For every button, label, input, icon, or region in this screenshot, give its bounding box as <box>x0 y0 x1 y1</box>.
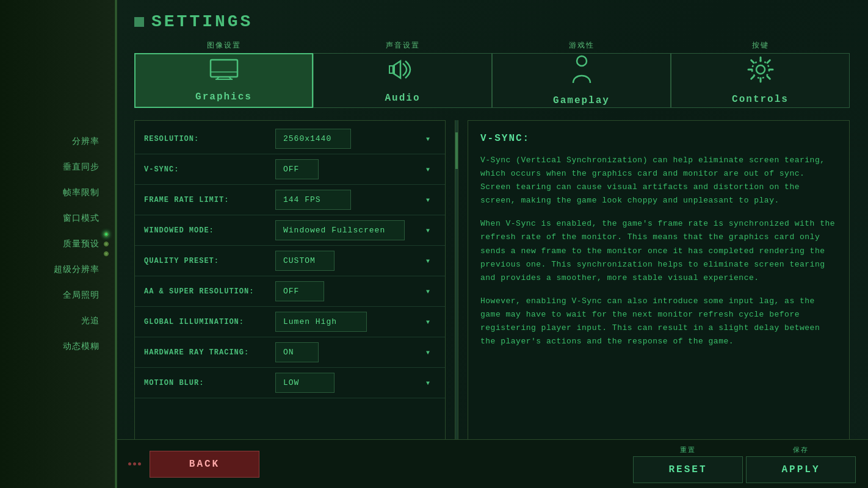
tab-controls-label: Controls <box>732 94 789 105</box>
frame-rate-select[interactable]: 30 FPS 60 FPS 120 FPS 144 FPS Unlimited <box>275 190 351 210</box>
sidebar-item-ray-tracing[interactable]: 光追 <box>0 308 109 334</box>
sidebar-item-motion-blur[interactable]: 动态模糊 <box>0 334 109 359</box>
setting-label-quality-preset: QUALITY PRESET: <box>144 257 266 265</box>
super-resolution-select-wrapper: OFF TAA DLSS FSR <box>275 281 436 301</box>
tab-gameplay-label: Gameplay <box>553 95 610 106</box>
tab-label-cn-audio: 声音设置 <box>386 40 420 51</box>
svg-point-9 <box>752 61 769 78</box>
setting-row-quality-preset: QUALITY PRESET: Low Medium High Ultra CU… <box>135 246 445 276</box>
sidebar-item-global-illumination[interactable]: 全局照明 <box>0 282 109 308</box>
setting-label-super-resolution: AA & SUPER RESOLUTION: <box>144 287 266 296</box>
setting-row-super-resolution: AA & SUPER RESOLUTION: OFF TAA DLSS FSR <box>135 276 445 307</box>
resolution-select-wrapper: 1920x1080 2560x1440 3840x2160 <box>275 129 436 149</box>
bottom-action-group: Reset Apply <box>633 456 856 483</box>
speaker-icon <box>388 57 418 88</box>
super-resolution-select[interactable]: OFF TAA DLSS FSR <box>275 281 324 301</box>
tab-label-cn-controls: 按键 <box>752 40 769 51</box>
sidebar-item-vsync[interactable]: 垂直同步 <box>0 154 109 180</box>
setting-row-global-illumination: GLOBAL ILLUMINATION: Off Lumen Low Lumen… <box>135 307 445 337</box>
quality-preset-select-wrapper: Low Medium High Ultra CUSTOM <box>275 251 436 271</box>
sidebar-item-window-mode[interactable]: 窗口模式 <box>0 206 109 231</box>
bottom-bar: Back 重置 保存 Reset Apply <box>116 439 868 488</box>
main-content: Settings 图像设置 Graph <box>116 0 868 488</box>
dot <box>128 462 131 465</box>
info-paragraph-3: However, enabling V-Sync can also introd… <box>480 295 837 348</box>
sidebar-item-resolution[interactable]: 分辨率 <box>0 129 109 154</box>
setting-label-global-illumination: GLOBAL ILLUMINATION: <box>144 318 266 326</box>
setting-row-frame-rate: FRAME RATE LIMIT: 30 FPS 60 FPS 120 FPS … <box>135 185 445 215</box>
svg-point-8 <box>756 65 765 74</box>
windowed-mode-select-wrapper: Windowed Windowed Fullscreen Fullscreen <box>275 220 436 240</box>
dot <box>138 462 141 465</box>
setting-row-vsync: V-SYNC: OFF ON <box>135 154 445 185</box>
content-area: RESOLUTION: 1920x1080 2560x1440 3840x216… <box>134 120 850 443</box>
setting-row-ray-tracing: HARDWARE RAY TRACING: OFF ON <box>135 337 445 368</box>
setting-label-ray-tracing: HARDWARE RAY TRACING: <box>144 348 266 357</box>
indicator-dot <box>104 251 109 256</box>
tab-graphics[interactable]: Graphics <box>134 53 313 108</box>
scroll-thumb <box>455 132 458 169</box>
tab-label-cn-gameplay: 游戏性 <box>569 40 595 51</box>
resolution-select[interactable]: 1920x1080 2560x1440 3840x2160 <box>275 129 351 149</box>
indicator-dot <box>104 242 109 246</box>
tab-gameplay[interactable]: Gameplay <box>492 53 671 108</box>
sidebar-item-frame-rate[interactable]: 帧率限制 <box>0 180 109 206</box>
back-button[interactable]: Back <box>150 451 259 478</box>
apply-label-cn: 保存 <box>746 445 856 454</box>
tab-label-cn-graphics: 图像设置 <box>207 40 241 51</box>
windowed-mode-select[interactable]: Windowed Windowed Fullscreen Fullscreen <box>275 220 405 240</box>
tab-group-controls: 按键 Controls <box>671 40 850 108</box>
setting-row-motion-blur: MOTION BLUR: OFF LOW MEDIUM HIGH <box>135 368 445 398</box>
gear-icon <box>747 56 774 89</box>
motion-blur-select[interactable]: OFF LOW MEDIUM HIGH <box>275 373 335 393</box>
page-title: Settings <box>151 12 253 31</box>
info-paragraph-1: V-Sync (Vertical Synchronization) can he… <box>480 154 837 207</box>
settings-panel: RESOLUTION: 1920x1080 2560x1440 3840x216… <box>134 120 446 443</box>
left-sidebar: 分辨率 垂直同步 帧率限制 窗口模式 质量预设 超级分辨率 全局照明 光追 动态… <box>0 0 116 488</box>
scrollbar[interactable] <box>455 120 458 443</box>
sidebar-item-quality-preset[interactable]: 质量预设 <box>0 231 109 257</box>
info-panel: V-SYNC: V-Sync (Vertical Synchronization… <box>468 120 850 443</box>
settings-icon-square <box>134 17 144 27</box>
tab-audio-label: Audio <box>385 93 420 104</box>
info-text: V-Sync (Vertical Synchronization) can he… <box>480 154 837 348</box>
sidebar-item-super-resolution[interactable]: 超级分辨率 <box>0 257 109 282</box>
frame-rate-select-wrapper: 30 FPS 60 FPS 120 FPS 144 FPS Unlimited <box>275 190 436 210</box>
background: 分辨率 垂直同步 帧率限制 窗口模式 质量预设 超级分辨率 全局照明 光追 动态… <box>0 0 868 488</box>
tab-audio[interactable]: Audio <box>313 53 492 108</box>
dot <box>133 462 136 465</box>
setting-label-windowed-mode: WINDOWED MODE: <box>144 226 266 235</box>
info-paragraph-2: When V-Sync is enabled, the game's frame… <box>480 217 837 284</box>
tab-group-gameplay: 游戏性 Gameplay <box>492 40 671 108</box>
motion-blur-select-wrapper: OFF LOW MEDIUM HIGH <box>275 373 436 393</box>
tab-controls[interactable]: Controls <box>671 53 850 108</box>
ray-tracing-select[interactable]: OFF ON <box>275 342 319 362</box>
svg-point-7 <box>577 56 587 66</box>
settings-header: Settings <box>134 12 850 31</box>
vsync-select-wrapper: OFF ON <box>275 159 436 179</box>
vsync-select[interactable]: OFF ON <box>275 159 319 179</box>
setting-label-vsync: V-SYNC: <box>144 165 266 174</box>
reset-label-cn: 重置 <box>633 445 743 454</box>
ray-tracing-select-wrapper: OFF ON <box>275 342 436 362</box>
bottom-buttons-container: 重置 保存 Reset Apply <box>633 445 856 483</box>
setting-label-resolution: RESOLUTION: <box>144 135 266 143</box>
tab-bar: 图像设置 Graphics 声音设置 <box>134 40 850 108</box>
back-indicator <box>128 462 141 465</box>
info-title: V-SYNC: <box>480 133 837 144</box>
apply-button[interactable]: Apply <box>746 456 856 483</box>
frame-edge <box>115 0 117 488</box>
setting-label-frame-rate: FRAME RATE LIMIT: <box>144 196 266 204</box>
metal-detail <box>104 232 109 256</box>
setting-row-windowed-mode: WINDOWED MODE: Windowed Windowed Fullscr… <box>135 215 445 246</box>
svg-rect-0 <box>211 60 237 77</box>
global-illumination-select[interactable]: Off Lumen Low Lumen Medium Lumen High <box>275 312 367 332</box>
reset-button[interactable]: Reset <box>633 456 743 483</box>
setting-label-motion-blur: MOTION BLUR: <box>144 379 266 387</box>
global-illumination-select-wrapper: Off Lumen Low Lumen Medium Lumen High <box>275 312 436 332</box>
quality-preset-select[interactable]: Low Medium High Ultra CUSTOM <box>275 251 335 271</box>
indicator-dot <box>104 232 109 237</box>
tab-group-audio: 声音设置 Audio <box>313 40 492 108</box>
tab-group-graphics: 图像设置 Graphics <box>134 40 313 108</box>
setting-row-resolution: RESOLUTION: 1920x1080 2560x1440 3840x216… <box>135 124 445 154</box>
